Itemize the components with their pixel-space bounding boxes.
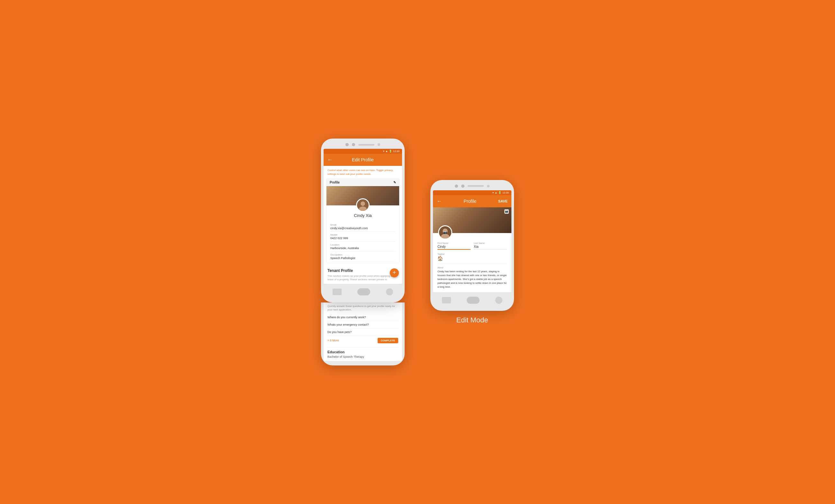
right-status-icons: ▾ ▲ 🔋 12:30 — [492, 191, 509, 194]
first-name-label: First Name — [437, 242, 471, 244]
about-label: About — [437, 267, 507, 269]
cover-photo: 📷 📷 — [433, 207, 511, 233]
edit-icon[interactable]: ✎ — [393, 181, 396, 184]
occupation-row: Occupation Speech Pathologist — [330, 252, 395, 261]
question-item-2[interactable]: Whats your emergency contact? — [327, 321, 398, 329]
battery-icon: 🔋 — [389, 150, 392, 153]
right-nav-back-btn[interactable] — [495, 297, 503, 304]
left-phone-screen: ▾ ▲ 🔋 12:30 ← Edit Profile Control what … — [324, 149, 402, 284]
question-item-1[interactable]: Where do you currently work? — [327, 314, 398, 321]
time-display: 12:30 — [393, 150, 400, 153]
questions-section: Quickly answer these questions to get yo… — [324, 302, 402, 347]
question-item-3[interactable]: Do you have pets? — [327, 329, 398, 336]
location-value: Harbourside, Australia — [330, 247, 395, 250]
occupation-label: Occupation — [330, 253, 395, 256]
phone-camera-left — [378, 143, 380, 146]
left-phone-lower: Quickly answer these questions to get yo… — [321, 302, 405, 365]
profile-avatar-container — [356, 198, 370, 212]
phone-top-bar-left — [324, 143, 402, 146]
tagline-emoji[interactable]: 🏠 — [437, 256, 507, 261]
right-nav-recents-btn[interactable] — [442, 297, 451, 303]
nav-home-btn[interactable] — [358, 288, 370, 295]
wifi-icon: ▲ — [385, 150, 388, 153]
save-button[interactable]: SAVE — [498, 199, 508, 203]
about-field: About Cindy has been renting for the las… — [437, 267, 507, 289]
right-status-bar: ▾ ▲ 🔋 12:30 — [433, 190, 511, 195]
left-app-header: ← Edit Profile — [324, 154, 402, 166]
nav-back-btn[interactable] — [386, 288, 393, 295]
occupation-value: Speech Pathologist — [330, 256, 395, 260]
left-phone-wrapper: ▾ ▲ 🔋 12:30 ← Edit Profile Control what … — [321, 139, 405, 365]
profile-section-label: Profile — [330, 181, 340, 184]
email-value: cindy.xia@creativeyouth.com — [330, 227, 395, 230]
education-section: Education Bachelor of Speech Therapy — [324, 348, 402, 361]
left-status-bar: ▾ ▲ 🔋 12:30 — [324, 149, 402, 154]
first-name-input[interactable]: Cindy — [437, 245, 471, 250]
location-row: Location Harbourside, Australia — [330, 242, 395, 252]
profile-section-header: Profile ✎ — [326, 179, 399, 186]
edit-profile-subtitle: Control what other users can see on Halo… — [324, 166, 402, 178]
phone-speaker-left — [358, 144, 374, 146]
last-name-label: Last Name — [474, 242, 507, 244]
more-row: + 8 More COMPLETE — [327, 336, 398, 345]
last-name-field: Last Name Xia — [474, 242, 507, 250]
about-text[interactable]: Cindy has been renting for the last 12 y… — [437, 270, 507, 289]
right-battery-icon: 🔋 — [498, 191, 502, 194]
phone-dots-right — [455, 185, 458, 188]
phone-dots-right2 — [461, 185, 465, 188]
phone-dots-left — [345, 143, 349, 146]
cover-camera-icon[interactable]: 📷 — [504, 209, 509, 214]
tenant-profile-title: Tenant Profile — [327, 268, 398, 273]
education-value: Bachelor of Speech Therapy — [327, 355, 398, 358]
right-wifi-icon: ▲ — [495, 191, 497, 194]
signal-icon: ▾ — [383, 150, 384, 153]
back-arrow-right[interactable]: ← — [437, 198, 442, 204]
right-time-display: 12:30 — [503, 191, 509, 194]
right-phone-wrapper: ▾ ▲ 🔋 12:30 ← Profile SAVE 📷 — [430, 180, 514, 324]
left-lower-screen: Quickly answer these questions to get yo… — [324, 302, 402, 361]
tagline-label: Tagline — [437, 253, 507, 255]
right-bottom-nav — [433, 294, 511, 306]
avatar-camera-overlay[interactable]: 📷 — [438, 225, 452, 239]
nav-recents-btn[interactable] — [332, 289, 342, 295]
left-header-title: Edit Profile — [352, 157, 374, 162]
phone-camera-right — [487, 185, 490, 187]
profile-info: Email cindy.xia@creativeyouth.com Mobile… — [326, 220, 399, 263]
phone-top-bar-right — [433, 185, 511, 188]
right-app-header: ← Profile SAVE — [433, 195, 511, 207]
location-label: Location — [330, 243, 395, 246]
status-icons: ▾ ▲ 🔋 12:30 — [383, 150, 400, 153]
tenant-profile-section: Tenant Profile This section makes up you… — [324, 266, 402, 284]
phone-dots-left2 — [352, 143, 355, 146]
first-name-field: First Name Cindy — [437, 242, 471, 250]
questions-subtitle: Quickly answer these questions to get yo… — [327, 304, 398, 312]
right-signal-icon: ▾ — [492, 191, 494, 194]
mobile-label: Mobile — [330, 233, 395, 236]
tenant-profile-desc: This section makes up your profile used … — [327, 274, 398, 281]
profile-section: Profile ✎ C — [326, 178, 400, 263]
last-name-input[interactable]: Xia — [474, 245, 507, 249]
mobile-row: Mobile 0422 022 999 — [330, 232, 395, 242]
svg-point-1 — [361, 202, 365, 206]
back-arrow-left[interactable]: ← — [327, 157, 332, 163]
phone-speaker-right — [468, 185, 484, 187]
profile-banner — [326, 186, 399, 205]
edit-mode-label: Edit Mode — [456, 316, 488, 324]
email-row: Email cindy.xia@creativeyouth.com — [330, 222, 395, 232]
complete-button[interactable]: COMPLETE — [378, 338, 398, 343]
profile-avatar — [356, 198, 370, 212]
tagline-row: Tagline 🏠 — [437, 253, 507, 261]
right-phone-screen: ▾ ▲ 🔋 12:30 ← Profile SAVE 📷 — [433, 190, 511, 292]
mobile-value: 0422 022 999 — [330, 236, 395, 240]
right-nav-home-btn[interactable] — [467, 297, 480, 304]
form-divider — [437, 264, 507, 264]
left-bottom-nav — [324, 286, 402, 298]
fab-add-button[interactable]: + — [390, 268, 399, 277]
profile-form: First Name Cindy Last Name Xia Tagline 🏠… — [433, 233, 511, 292]
right-header-title: Profile — [464, 198, 477, 204]
email-label: Email — [330, 224, 395, 226]
left-phone-upper: ▾ ▲ 🔋 12:30 ← Edit Profile Control what … — [321, 139, 405, 302]
right-phone: ▾ ▲ 🔋 12:30 ← Profile SAVE 📷 — [430, 180, 514, 311]
more-label[interactable]: + 8 More — [327, 339, 339, 342]
education-title: Education — [327, 350, 398, 354]
